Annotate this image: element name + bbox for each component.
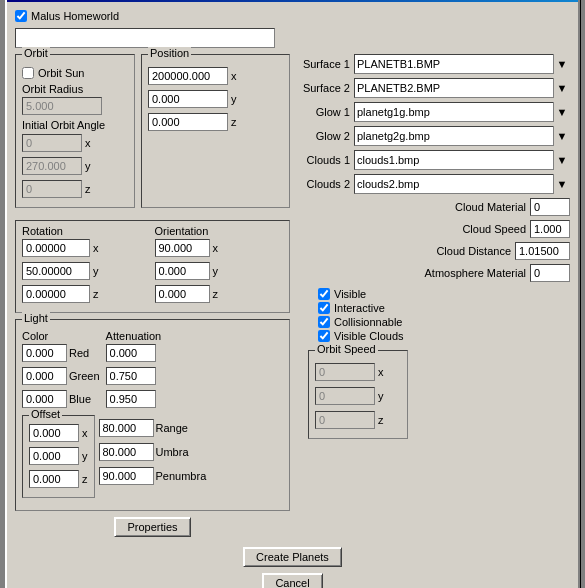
orient-z-label: z [213,288,219,300]
orbit-angle-y [22,157,82,175]
name-input[interactable] [15,28,275,48]
rotation-y[interactable] [22,262,90,280]
interactive-checkbox[interactable] [318,302,330,314]
color-blue[interactable] [22,390,67,408]
offset-z-label: z [82,473,88,485]
cloud-speed-row: Cloud Speed [298,220,570,238]
glow1-dropdown[interactable]: planetg1g.bmp [354,102,570,122]
umbra-label: Umbra [156,446,189,458]
clouds2-dropdown[interactable]: clouds2.bmp [354,174,570,194]
cloud-distance-input[interactable] [515,242,570,260]
atten-2[interactable] [106,367,156,385]
color-green[interactable] [22,367,67,385]
penumbra-label: Penumbra [156,470,207,482]
blue-label: Blue [69,393,99,405]
clouds1-dropdown[interactable]: clouds1.bmp [354,150,570,170]
glow2-dropdown[interactable]: planetg2g.bmp [354,126,570,146]
offset-group: Offset x y [22,415,95,504]
offset-y-label: y [82,450,88,462]
orbit-angle-x [22,134,82,152]
clouds1-row: Clouds 1 clouds1.bmp ▼ [298,150,570,170]
surface2-dropdown[interactable]: PLANETB2.BMP [354,78,570,98]
cloud-speed-input[interactable] [530,220,570,238]
rot-z-label: z [93,288,99,300]
umbra-input[interactable] [99,419,154,437]
malus-label: Malus Homeworld [31,10,119,22]
rot-x-label: x [93,242,99,254]
position-z[interactable] [148,113,228,131]
clouds2-label: Clouds 2 [298,178,350,190]
green-label: Green [69,370,100,382]
initial-orbit-angle-label: Initial Orbit Angle [22,119,128,131]
glow1-label: Glow 1 [298,106,350,118]
cloud-speed-label: Cloud Speed [462,223,526,235]
orient-y-label: y [213,265,219,277]
surface1-dropdown[interactable]: PLANETB1.BMP [354,54,570,74]
surface2-row: Surface 2 PLANETB2.BMP ▼ [298,78,570,98]
visible-clouds-label: Visible Clouds [334,330,404,342]
surface1-row: Surface 1 PLANETB1.BMP ▼ [298,54,570,74]
visible-label: Visible [334,288,366,300]
orientation-z[interactable] [155,285,210,303]
offset-y[interactable] [29,447,79,465]
speed-y-label: y [378,390,384,402]
collisionnable-row: Collisionnable [318,316,403,328]
light-title: Light [22,312,50,324]
atmosphere-material-input[interactable] [530,264,570,282]
interactive-label: Interactive [334,302,385,314]
orbit-group: Orbit Orbit Sun Orbit Radius Initial Orb… [15,54,135,208]
orbit-x-label: x [85,137,91,149]
glow2-label: Glow 2 [298,130,350,142]
malus-checkbox[interactable] [15,10,27,22]
position-title: Position [148,47,191,59]
cloud-distance-label: Cloud Distance [436,245,511,257]
orientation-title: Orientation [155,225,284,237]
atmosphere-material-row: Atmosphere Material [298,264,570,282]
collisionnable-label: Collisionnable [334,316,403,328]
atmosphere-material-label: Atmosphere Material [425,267,527,279]
clouds2-row: Clouds 2 clouds2.bmp ▼ [298,174,570,194]
cloud-material-input[interactable] [530,198,570,216]
orbit-speed-title: Orbit Speed [315,343,378,355]
planets-window: Planets ✕ Malus Homeworld Orbit [5,0,580,588]
orbit-title: Orbit [22,47,50,59]
orbit-speed-z [315,411,375,429]
properties-button[interactable]: Properties [114,517,190,537]
offset-x-label: x [82,427,88,439]
rotation-z[interactable] [22,285,90,303]
position-x[interactable] [148,67,228,85]
glow1-row: Glow 1 planetg1g.bmp ▼ [298,102,570,122]
surface2-label: Surface 2 [298,82,350,94]
glow2-row: Glow 2 planetg2g.bmp ▼ [298,126,570,146]
rotation-title: Rotation [22,225,151,237]
visible-checkbox[interactable] [318,288,330,300]
color-red[interactable] [22,344,67,362]
orbit-sun-row: Orbit Sun [22,67,128,79]
orbit-sun-label: Orbit Sun [38,67,84,79]
position-y[interactable] [148,90,228,108]
pos-y-label: y [231,93,237,105]
color-title: Color [22,330,100,342]
orbit-angle-z [22,180,82,198]
atten-1[interactable] [106,344,156,362]
orbit-sun-checkbox[interactable] [22,67,34,79]
orbit-speed-group: Orbit Speed x y [308,350,408,439]
rotation-orientation-group: Rotation x y [15,220,290,313]
collisionnable-checkbox[interactable] [318,316,330,328]
offset-z[interactable] [29,470,79,488]
orientation-y[interactable] [155,262,210,280]
visible-clouds-row: Visible Clouds [318,330,404,342]
visible-row: Visible [318,288,366,300]
cancel-button[interactable]: Cancel [262,573,322,589]
umbra-val[interactable] [99,443,154,461]
rotation-x[interactable] [22,239,90,257]
attenuation-title: Attenuation [106,330,162,342]
orientation-x[interactable] [155,239,210,257]
atten-3[interactable] [106,390,156,408]
offset-x[interactable] [29,424,79,442]
orbit-z-label: z [85,183,91,195]
penumbra-val[interactable] [99,467,154,485]
visible-clouds-checkbox[interactable] [318,330,330,342]
orbit-radius-label: Orbit Radius [22,83,128,95]
create-planets-button[interactable]: Create Planets [243,547,342,567]
